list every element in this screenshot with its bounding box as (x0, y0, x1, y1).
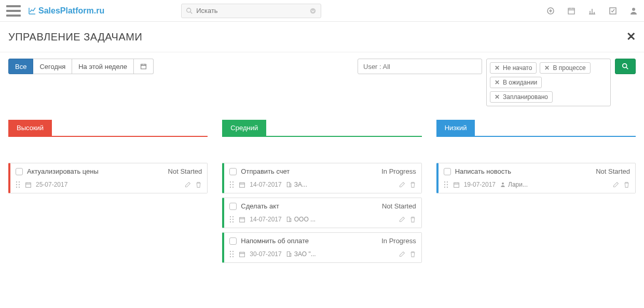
remove-chip-icon[interactable]: ✕ (495, 93, 500, 101)
svg-point-44 (444, 181, 445, 183)
brand-text: SalesPlatform.ru (38, 6, 104, 16)
svg-point-27 (232, 216, 234, 217)
edit-icon[interactable] (399, 181, 405, 188)
search-input[interactable] (196, 7, 309, 15)
person-icon (500, 181, 506, 188)
task-title: Актуализировать цены (27, 167, 99, 175)
delete-icon[interactable] (409, 216, 416, 223)
svg-rect-34 (290, 219, 291, 222)
user-filter-input[interactable] (358, 59, 482, 74)
calendar-icon (25, 181, 32, 188)
svg-point-20 (232, 184, 234, 185)
status-chip[interactable]: ✕В ожидании (490, 77, 542, 88)
task-checkbox[interactable] (229, 203, 237, 210)
svg-point-45 (446, 181, 447, 183)
remove-chip-icon[interactable]: ✕ (495, 79, 500, 86)
task-status: In Progress (381, 237, 416, 245)
task-status: In Progress (381, 167, 416, 175)
task-card[interactable]: Написать новостьNot Started19-07-2017Лар… (436, 163, 636, 193)
page-header: УПРАВЛЕНИЕ ЗАДАЧАМИ ✕ (0, 22, 644, 52)
svg-point-12 (16, 184, 17, 185)
svg-point-14 (16, 187, 17, 188)
filter-week-button[interactable]: На этой неделе (72, 59, 134, 74)
edit-icon[interactable] (399, 251, 405, 258)
delete-icon[interactable] (409, 251, 416, 258)
status-chip[interactable]: ✕Не начато (490, 62, 537, 74)
search-icon (186, 7, 193, 15)
calendar-icon[interactable] (567, 7, 576, 15)
svg-point-37 (230, 254, 231, 255)
svg-point-29 (232, 219, 234, 220)
remove-chip-icon[interactable]: ✕ (495, 64, 500, 72)
chip-label: В процессе (553, 64, 585, 72)
card-extra-text: ООО ... (294, 216, 316, 223)
task-checkbox[interactable] (229, 237, 237, 245)
status-chip[interactable]: ✕Запланировано (490, 91, 553, 103)
svg-point-18 (232, 181, 234, 183)
task-checkbox[interactable] (229, 168, 237, 175)
edit-icon[interactable] (399, 216, 405, 223)
svg-point-26 (230, 216, 231, 217)
calendar-icon (140, 63, 147, 70)
drag-handle-icon[interactable] (16, 180, 21, 189)
drag-handle-icon[interactable] (229, 250, 235, 258)
delete-icon[interactable] (195, 181, 202, 188)
edit-icon[interactable] (612, 181, 619, 188)
task-card[interactable]: Напомнить об оплатеIn Progress30-07-2017… (222, 232, 421, 263)
svg-point-38 (232, 254, 234, 255)
close-icon[interactable]: ✕ (626, 30, 636, 44)
task-card[interactable]: Отправить счетIn Progress14-07-2017ЗА... (222, 163, 421, 193)
svg-rect-43 (290, 254, 291, 257)
task-checkbox[interactable] (16, 168, 23, 175)
task-date: 14-07-2017 (250, 181, 281, 188)
drag-handle-icon[interactable] (444, 180, 449, 189)
task-date: 14-07-2017 (250, 216, 281, 223)
task-status: Not Started (168, 167, 202, 175)
calendar-icon (239, 251, 245, 258)
card-extra: ООО ... (286, 216, 316, 223)
status-filter-box[interactable]: ✕Не начато✕В процессе✕В ожидании✕Заплани… (486, 59, 611, 106)
hamburger-menu-icon[interactable] (6, 5, 21, 17)
task-card[interactable]: Сделать актNot Started14-07-2017ООО ... (222, 198, 421, 228)
filter-today-button[interactable]: Сегодня (33, 59, 72, 74)
top-nav: SalesPlatform.ru (0, 0, 644, 22)
calendar-icon (239, 181, 245, 188)
column-green: СреднийОтправить счетIn Progress14-07-20… (222, 120, 421, 267)
svg-point-13 (19, 184, 20, 185)
task-checkbox[interactable] (444, 168, 451, 175)
svg-point-22 (232, 187, 234, 188)
reports-icon[interactable] (588, 7, 596, 15)
svg-rect-41 (240, 252, 245, 257)
svg-point-48 (444, 187, 445, 188)
task-date: 19-07-2017 (464, 181, 496, 188)
filter-all-button[interactable]: Все (8, 59, 33, 74)
drag-handle-icon[interactable] (229, 180, 235, 189)
card-extra-text: ЗАО "... (294, 250, 316, 258)
add-icon[interactable] (546, 7, 555, 15)
remove-chip-icon[interactable]: ✕ (544, 64, 550, 72)
svg-rect-4 (568, 8, 574, 14)
task-title: Сделать акт (241, 202, 279, 210)
user-icon[interactable] (629, 7, 638, 15)
task-title: Отправить счет (241, 167, 290, 175)
task-card[interactable]: Актуализировать ценыNot Started25-07-201… (8, 163, 208, 193)
delete-icon[interactable] (409, 181, 416, 188)
task-date: 30-07-2017 (250, 250, 281, 258)
drag-handle-icon[interactable] (229, 215, 235, 223)
tasks-icon[interactable] (609, 7, 617, 15)
column-header: Низкий (436, 120, 636, 137)
status-chip[interactable]: ✕В процессе (540, 62, 590, 74)
svg-point-49 (446, 187, 447, 188)
search-dropdown-icon[interactable] (309, 7, 317, 15)
brand-logo[interactable]: SalesPlatform.ru (28, 6, 104, 16)
search-button[interactable] (615, 59, 636, 74)
global-search[interactable] (181, 4, 321, 18)
column-header: Средний (222, 120, 421, 137)
edit-icon[interactable] (184, 181, 191, 188)
task-date: 25-07-2017 (36, 181, 67, 188)
filter-date-button[interactable] (134, 59, 154, 74)
svg-point-51 (502, 183, 504, 185)
building-icon (286, 181, 292, 188)
delete-icon[interactable] (623, 181, 630, 188)
card-extra: Лари... (500, 181, 528, 188)
